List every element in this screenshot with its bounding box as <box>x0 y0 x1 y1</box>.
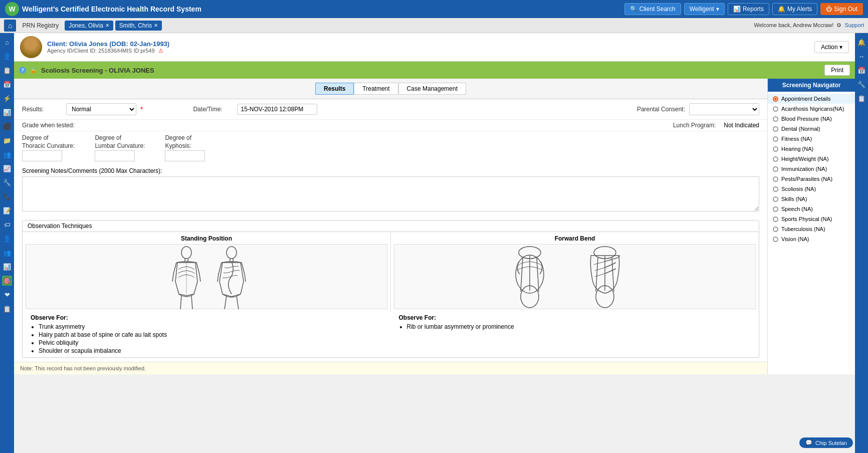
forward-obs-list: Rib or lumbar asymmetry or prominence <box>399 323 751 330</box>
sidebar-icon-notes[interactable]: 📝 <box>2 205 12 215</box>
reports-button[interactable]: 📊 Reports <box>728 3 769 15</box>
nav-item-pests[interactable]: Pests/Parasites (NA) <box>768 174 855 184</box>
alert-icon: ⚠ <box>158 48 163 54</box>
home-icon[interactable]: ⌂ <box>4 20 16 32</box>
nav-radio-speech <box>773 206 778 212</box>
sidebar-icon-active[interactable]: 🎯 <box>2 276 12 286</box>
right-icon-file[interactable]: 📋 <box>856 93 866 103</box>
nav-label-vision: Vision (NA) <box>781 236 809 242</box>
client-bar: Client: Olivia Jones (DOB: 02-Jan-1993) … <box>14 33 855 62</box>
content-with-nav: Results Treatment Case Management Result… <box>14 79 855 374</box>
grade-lunch-row: Grade when tested: Lunch Program: Not In… <box>14 120 767 131</box>
help-icon[interactable]: ? <box>19 67 26 74</box>
parental-consent-field: Parental Consent: <box>637 103 759 115</box>
tab-smith-chris[interactable]: Smith, Chris ✕ <box>115 21 162 31</box>
prn-registry-label: PRN Registry <box>18 20 63 31</box>
sidebar-icon-person[interactable]: 👤 <box>2 51 12 61</box>
standing-spine-svg <box>151 244 262 309</box>
nav-item-skills[interactable]: Skills (NA) <box>768 194 855 204</box>
notes-textarea[interactable] <box>22 176 759 211</box>
close-tab2-icon[interactable]: ✕ <box>154 23 158 28</box>
nav-label-acanthosis: Acanthosis Nigricans(NA) <box>781 106 844 112</box>
sidebar-icon-groups[interactable]: 👥 <box>2 248 12 258</box>
welligent-button[interactable]: Welligent ▾ <box>684 3 725 15</box>
nav-items-list: Appointment Details Acanthosis Nigricans… <box>768 92 855 246</box>
close-tab1-icon[interactable]: ✕ <box>105 23 109 28</box>
nav-item-appointment[interactable]: Appointment Details <box>768 94 855 104</box>
nav-item-acanthosis[interactable]: Acanthosis Nigricans(NA) <box>768 104 855 114</box>
right-icon-bell[interactable]: 🔔 <box>856 37 866 47</box>
sidebar-icon-grid[interactable]: ⬛ <box>2 121 12 131</box>
sidebar-icon-phone[interactable]: 📞 <box>2 191 12 201</box>
support-link[interactable]: Support <box>844 22 864 28</box>
standing-position-image <box>26 244 387 309</box>
logo-icon: W <box>5 2 19 16</box>
main-content: Client: Olivia Jones (DOB: 02-Jan-1993) … <box>14 33 855 374</box>
bell-icon: 🔔 <box>778 6 785 13</box>
obs-col-forward-bend: Forward Bend <box>391 232 759 312</box>
lunch-program-label: Lunch Program: <box>673 122 716 129</box>
tab-treatment[interactable]: Treatment <box>354 83 398 95</box>
sidebar-icon-clipboard[interactable]: 📋 <box>2 65 12 75</box>
page-title-bar: ? 🔒 Scoliosis Screening - OLIVIA JONES P… <box>14 62 855 79</box>
sidebar-icon-list[interactable]: 📋 <box>2 304 12 314</box>
sidebar-icon-account[interactable]: 👤 <box>2 234 12 244</box>
right-icon-arrows[interactable]: ↔ <box>856 51 866 61</box>
nav-item-immunization[interactable]: Immunization (NA) <box>768 164 855 174</box>
nav-label-pests: Pests/Parasites (NA) <box>781 176 832 182</box>
client-search-button[interactable]: 🔍 Client Search <box>624 3 681 15</box>
sidebar-icon-folder[interactable]: 📁 <box>2 135 12 145</box>
nav-item-speech[interactable]: Speech (NA) <box>768 204 855 214</box>
nav-item-fitness[interactable]: Fitness (NA) <box>768 134 855 144</box>
parental-consent-label: Parental Consent: <box>637 106 685 113</box>
svg-line-4 <box>191 296 192 309</box>
nav-item-dental[interactable]: Dental (Normal) <box>768 124 855 134</box>
sidebar-icon-heart[interactable]: ❤ <box>2 290 12 300</box>
obs-col-standing: Standing Position <box>23 232 391 312</box>
lumbar-input[interactable] <box>95 150 135 161</box>
datetime-input[interactable] <box>237 104 317 115</box>
kyphosis-label2: Kyphosis: <box>165 142 205 149</box>
right-icon-wrench[interactable]: 🔧 <box>856 79 866 89</box>
datetime-label: Date/Time: <box>193 106 233 113</box>
sidebar-icon-trending[interactable]: 📈 <box>2 163 12 173</box>
nav-item-vision[interactable]: Vision (NA) <box>768 234 855 244</box>
nav-radio-height-weight <box>773 156 778 162</box>
nav-radio-blood-pressure <box>773 116 778 122</box>
nav-radio-pests <box>773 176 778 182</box>
thoracic-input[interactable] <box>22 150 62 161</box>
parental-consent-select[interactable] <box>689 103 759 115</box>
sidebar-icon-calendar[interactable]: 📅 <box>2 79 12 89</box>
sidebar-icon-tag[interactable]: 🏷 <box>2 219 12 230</box>
sidebar-icon-bar[interactable]: 📊 <box>2 262 12 272</box>
sidebar-icon-tools[interactable]: 🔧 <box>2 177 12 187</box>
svg-line-20 <box>612 258 614 292</box>
nav-item-blood-pressure[interactable]: Blood Pressure (NA) <box>768 114 855 124</box>
svg-point-0 <box>181 247 191 259</box>
sub-tabs: Results Treatment Case Management <box>14 79 767 99</box>
print-button[interactable]: Print <box>824 65 850 76</box>
alerts-button[interactable]: 🔔 My Alerts <box>772 3 817 15</box>
nav-item-tuberculosis[interactable]: Tuberculosis (NA) <box>768 224 855 234</box>
nav-radio-sports <box>773 216 778 222</box>
sidebar-icon-users[interactable]: 👥 <box>2 149 12 159</box>
nav-item-height-weight[interactable]: Height/Weight (NA) <box>768 154 855 164</box>
signout-button[interactable]: ⏻ Sign Out <box>820 3 863 15</box>
tab-results[interactable]: Results <box>315 83 354 95</box>
observation-header: Observation Techniques <box>23 220 759 232</box>
results-select[interactable]: Normal Abnormal <box>66 103 136 115</box>
sidebar-icon-lightning[interactable]: ⚡ <box>2 93 12 103</box>
lumbar-label2: Lumbar Curvature: <box>95 142 145 149</box>
obs-note-forward: Observe For: Rib or lumbar asymmetry or … <box>391 312 759 357</box>
sidebar-icon-chart[interactable]: 📊 <box>2 107 12 117</box>
action-button[interactable]: Action ▾ <box>814 41 849 53</box>
right-icon-calendar[interactable]: 📅 <box>856 65 866 75</box>
nav-item-scoliosis[interactable]: Scoliosis (NA) <box>768 184 855 194</box>
sidebar-icon-home[interactable]: ⌂ <box>2 37 12 47</box>
nav-item-hearing[interactable]: Hearing (NA) <box>768 144 855 154</box>
nav-item-sports[interactable]: Sports Physical (NA) <box>768 214 855 224</box>
tab-jones-olivia[interactable]: Jones, Olivia ✕ <box>65 21 113 31</box>
kyphosis-input[interactable] <box>165 150 205 161</box>
tab-case-management[interactable]: Case Management <box>398 83 466 95</box>
standing-obs-list: Trunk asymmetry Hairy patch at base of s… <box>31 323 383 354</box>
